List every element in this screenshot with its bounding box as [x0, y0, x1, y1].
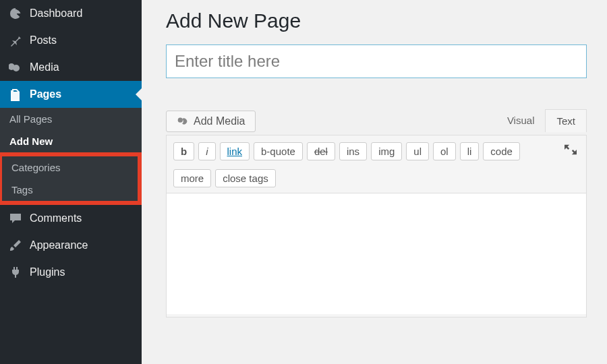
submenu-item-tags[interactable]: Tags — [2, 179, 138, 201]
fullscreen-icon[interactable] — [562, 141, 579, 161]
qt-italic-button[interactable]: i — [198, 142, 215, 160]
pages-icon — [8, 88, 23, 101]
qt-link-button[interactable]: link — [220, 142, 250, 160]
plug-icon — [8, 266, 23, 279]
submenu-item-add-new[interactable]: Add New — [0, 130, 142, 152]
tab-text[interactable]: Text — [545, 109, 587, 132]
qt-bquote-button[interactable]: b-quote — [254, 142, 303, 160]
sidebar-item-posts[interactable]: Posts — [0, 27, 142, 54]
editor-mode-tabs: Visual Text — [496, 109, 587, 132]
qt-del-button[interactable]: del — [307, 142, 335, 160]
page-title-input[interactable] — [166, 44, 587, 78]
sidebar-item-label: Pages — [30, 88, 61, 100]
sidebar-item-plugins[interactable]: Plugins — [0, 259, 142, 286]
submenu-item-categories[interactable]: Categories — [2, 156, 138, 179]
sidebar-item-label: Comments — [30, 212, 82, 224]
sidebar-item-media[interactable]: Media — [0, 54, 142, 81]
qt-ins-button[interactable]: ins — [339, 142, 367, 160]
qt-bold-button[interactable]: b — [173, 142, 194, 160]
sidebar-item-label: Appearance — [30, 239, 88, 251]
admin-sidebar: Dashboard Posts Media Pages All Pages Ad… — [0, 0, 142, 364]
page-heading: Add New Page — [166, 9, 587, 32]
sidebar-item-label: Plugins — [30, 266, 65, 278]
comment-icon — [8, 212, 23, 225]
content-textarea[interactable] — [167, 193, 586, 314]
add-media-button[interactable]: Add Media — [166, 111, 256, 132]
sidebar-submenu-pages: All Pages Add New Categories Tags — [0, 108, 142, 205]
qt-code-button[interactable]: code — [483, 142, 520, 160]
pin-icon — [8, 34, 23, 47]
qt-img-button[interactable]: img — [371, 142, 402, 160]
text-editor: b i link b-quote del ins img ul ol li co… — [166, 135, 587, 317]
qt-more-button[interactable]: more — [173, 169, 211, 187]
media-icon — [176, 115, 188, 127]
sidebar-item-comments[interactable]: Comments — [0, 205, 142, 232]
qt-ul-button[interactable]: ul — [406, 142, 429, 160]
quicktags-toolbar: b i link b-quote del ins img ul ol li co… — [167, 135, 586, 193]
sidebar-item-pages[interactable]: Pages — [0, 81, 142, 108]
annotation-highlight-box: Categories Tags — [0, 152, 142, 205]
sidebar-item-appearance[interactable]: Appearance — [0, 232, 142, 259]
tab-visual[interactable]: Visual — [496, 109, 546, 132]
sidebar-item-label: Media — [30, 61, 59, 73]
brush-icon — [8, 239, 23, 252]
qt-ol-button[interactable]: ol — [433, 142, 456, 160]
main-content: Add New Page Add Media Visual Text b i l… — [142, 0, 607, 317]
add-media-label: Add Media — [194, 115, 245, 127]
sidebar-item-label: Dashboard — [30, 7, 82, 20]
submenu-item-all-pages[interactable]: All Pages — [0, 108, 142, 130]
svg-point-0 — [178, 118, 183, 123]
media-icon — [8, 61, 23, 74]
dashboard-icon — [8, 7, 23, 20]
qt-closetags-button[interactable]: close tags — [215, 169, 276, 187]
sidebar-item-label: Posts — [30, 34, 57, 47]
sidebar-item-dashboard[interactable]: Dashboard — [0, 0, 142, 27]
qt-li-button[interactable]: li — [460, 142, 480, 160]
